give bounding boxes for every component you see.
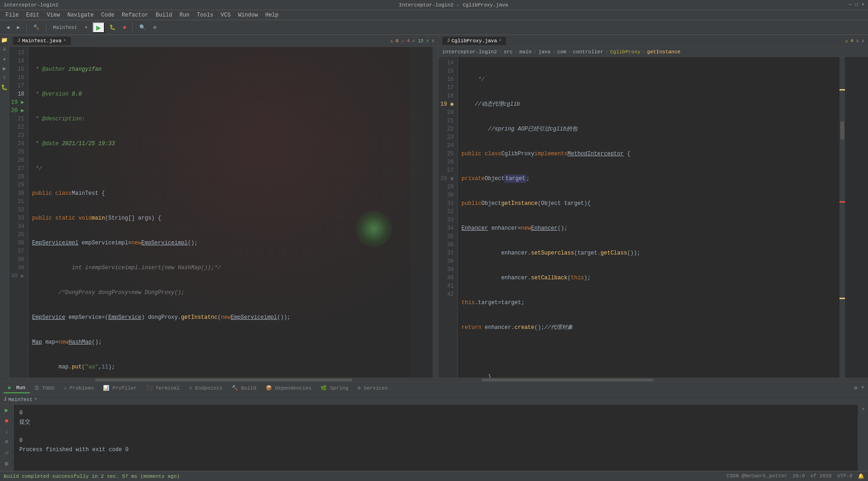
right-code-lines[interactable]: */ //动态代理cglib //spring AOP已经引过cglib的包 p… [458,57,839,378]
breadcrumb-method[interactable]: getInstance [647,49,681,55]
right-editor: J CglibProxy.java × ⚠ 4 ∧ ∨ interceptor-… [439,35,868,381]
menu-help[interactable]: Help [262,11,282,19]
menu-file[interactable]: File [2,11,23,19]
r-code-26: } [462,373,836,378]
left-editor-tab-active[interactable]: J MainTest.java × [13,37,71,45]
right-scrollbar-thumb [840,121,844,140]
collapse-button[interactable]: ∧ [426,38,429,44]
wrap-output-button[interactable]: ⏎ [5,449,9,457]
right-expand-button[interactable]: ∨ [862,38,864,44]
project-name[interactable]: MainTest [50,24,80,31]
r-code-22: enhancer.setCallback(this); [462,274,836,282]
terminal-tab[interactable]: ⬛ Terminal [142,383,184,393]
right-scrollbar[interactable] [839,57,845,378]
problems-tab[interactable]: ⚠ Problems [59,383,98,393]
breadcrumb-project[interactable]: interceptor-login2 [442,49,497,55]
breadcrumb-main[interactable]: main [520,49,531,55]
scroll-down-button[interactable]: ↓ [5,428,9,435]
right-editor-tab-active[interactable]: J CglibProxy.java × [442,37,506,45]
menu-view[interactable]: View [43,11,64,19]
services-tab[interactable]: ⚙ Services [353,383,393,393]
menu-edit[interactable]: Edit [23,11,43,19]
project-panel-icon[interactable]: 📁 [1,37,8,44]
close-run-panel-button[interactable]: × [862,407,865,412]
spring-tab[interactable]: 🌿 Spring [316,383,353,393]
filter-button[interactable]: ≡ [5,439,9,446]
notification-icon[interactable]: 🔔 [858,473,864,479]
menu-navigate[interactable]: Navigate [63,11,97,19]
search-everywhere-button[interactable]: 🔍 [137,23,148,31]
close-panel-button[interactable]: × [861,385,864,391]
run-config-dropdown[interactable]: ▾ [82,23,91,31]
menu-window[interactable]: Window [234,11,262,19]
debug-panel-icon[interactable]: 🐛 [1,84,8,91]
line-num-33: 33 [11,214,24,222]
right-tab-close[interactable]: × [499,38,502,43]
run-class-tab-close[interactable]: × [34,397,37,402]
git-status[interactable]: CSDN @Network_potter [726,473,787,479]
run-tab[interactable]: ▶ Run [4,383,30,393]
left-tab-close[interactable]: × [63,38,66,43]
run-panel-icon[interactable]: ▶ [3,65,6,72]
todo-tab[interactable]: ☰ TODO [30,383,59,393]
maximize-button[interactable]: □ [855,2,858,7]
stop-run-button[interactable]: ■ [5,418,9,424]
line-num-29: 29 [11,181,24,189]
structure-icon[interactable]: ≡ [3,46,6,53]
debug-button[interactable]: 🐛 [107,23,119,31]
back-button[interactable]: ◀ [4,23,12,31]
menu-tools[interactable]: Tools [193,11,217,19]
breadcrumb-com[interactable]: com [557,49,566,55]
run-class-tab[interactable]: MainTest [8,397,33,402]
r-line-22: 22 [440,125,454,133]
open-in-tab-button[interactable]: ⊞ [5,460,9,468]
forward-button[interactable]: ▶ [14,23,23,31]
r-line-21: 21 [440,117,454,125]
menu-run[interactable]: Run [176,11,193,19]
utf8-encoding[interactable]: UTF-8 [837,473,852,479]
menu-refactor[interactable]: Refactor [118,11,152,19]
build-status[interactable]: Build completed successfully in 2 sec. 5… [4,474,180,479]
code-line-18: public class MainTest { [32,189,406,198]
right-collapse-button[interactable]: ∧ [856,38,859,44]
menu-code[interactable]: Code [97,11,118,19]
endpoints-tab[interactable]: ⟡ Endpoints [184,384,227,393]
r-line-15: 15 [440,67,454,75]
expand-button[interactable]: ∨ [432,38,434,44]
line-num-26: 26 [11,156,24,164]
left-code-lines[interactable]: * @author zhangyifan * @version 8.0 * @d… [29,47,410,378]
menu-vcs[interactable]: VCS [217,11,234,19]
right-hscrollbar[interactable] [439,378,868,381]
left-scrollbar[interactable] [433,47,438,378]
line-info: of 2028 [811,473,832,479]
bookmark-icon[interactable]: ★ [3,56,6,62]
left-file-name: MainTest.java [22,38,62,44]
build-button[interactable]: 🔨 [30,23,42,31]
r-line-37: 37 [440,249,454,257]
run-tab-icon: ▶ [8,385,11,390]
breadcrumb-class[interactable]: CglibProxy [610,49,640,55]
run-button[interactable]: ▶ [92,22,105,33]
settings-button[interactable]: ⚙ [150,23,159,31]
dependencies-tab[interactable]: 📦 Dependencies [261,383,316,393]
menu-build[interactable]: Build [152,11,176,19]
build-tab[interactable]: 🔨 Build [227,383,261,393]
r-code-21: enhancer.setSuperclass(target.getClass()… [462,249,836,257]
close-button[interactable]: × [862,2,864,7]
profiler-tab[interactable]: 📊 Profiler [98,383,141,393]
code-line-17: */ [32,164,406,173]
breadcrumb-src[interactable]: src [503,49,513,55]
settings-panel-button[interactable]: ⚙ [854,385,857,391]
breadcrumb-java[interactable]: java [538,49,550,55]
breadcrumb-controller[interactable]: controller [573,49,603,55]
stop-button[interactable]: ■ [120,24,129,31]
info-count: ✓ 15 [412,38,423,44]
minimize-button[interactable]: ─ [849,2,851,7]
rerun-button[interactable]: ▶ [5,407,9,414]
status-bar: Build completed successfully in 2 sec. 5… [0,471,868,481]
cursor-position[interactable]: 26:6 [793,473,805,479]
line-num-27: 27 [11,164,24,173]
left-hscrollbar[interactable] [9,378,438,381]
line-num-16: 16 [11,74,24,82]
git-icon[interactable]: ⑂ [3,75,6,81]
